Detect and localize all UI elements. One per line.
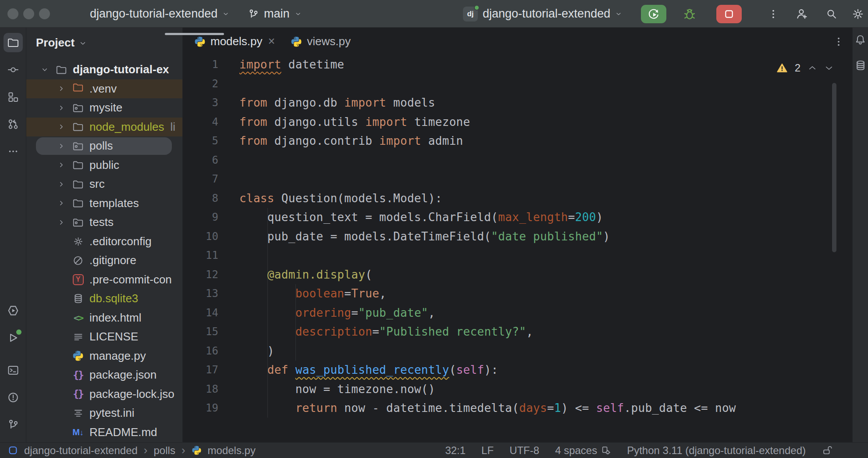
tree-item-index-html[interactable]: <>index.html bbox=[26, 308, 182, 328]
tool-window-button-more-horizontal[interactable] bbox=[4, 142, 23, 161]
breadcrumb-project[interactable]: django-tutorial-extended bbox=[24, 444, 138, 457]
chevron-right-icon[interactable] bbox=[56, 103, 67, 113]
chevron-placeholder bbox=[56, 274, 67, 285]
settings-button[interactable] bbox=[850, 7, 865, 21]
code-editor[interactable]: 12345678910111213141516171819 import dat… bbox=[183, 55, 852, 442]
tool-window-button-problems[interactable] bbox=[4, 388, 23, 407]
tree-item-package-json[interactable]: {}package.json bbox=[26, 365, 182, 385]
tree-item-tests[interactable]: tests bbox=[26, 213, 182, 232]
window-close-button[interactable] bbox=[7, 8, 18, 19]
tree-item-mysite[interactable]: mysite bbox=[26, 98, 182, 118]
chevron-right-icon[interactable] bbox=[56, 217, 67, 228]
chevron-down-icon[interactable] bbox=[39, 64, 50, 75]
editor-area: models.py×views.py 123456789101112131415… bbox=[183, 28, 852, 442]
caret-position[interactable]: 32:1 bbox=[445, 444, 466, 457]
tool-window-button-services[interactable] bbox=[4, 301, 23, 320]
chevron-right-icon[interactable] bbox=[56, 160, 67, 170]
more-actions-button[interactable] bbox=[766, 7, 781, 21]
debug-button[interactable] bbox=[682, 7, 697, 21]
indent-setting[interactable]: 4 spaces bbox=[555, 444, 611, 457]
tool-window-button-pull-request[interactable] bbox=[4, 114, 23, 134]
line-number: 4 bbox=[183, 113, 218, 132]
tree-item-django-tutorial-ex[interactable]: django-tutorial-ex bbox=[26, 60, 182, 79]
python-file-icon bbox=[192, 445, 202, 455]
code-line: ordering="pub_date", bbox=[239, 304, 736, 323]
search-icon bbox=[825, 8, 838, 20]
editor-options-button[interactable] bbox=[833, 28, 844, 55]
tree-item-label: .pre-commit-con bbox=[89, 273, 172, 286]
chevron-placeholder bbox=[56, 389, 67, 399]
chevron-down-icon[interactable] bbox=[824, 63, 834, 73]
tree-item-polls[interactable]: polls bbox=[26, 136, 182, 156]
folder-icon bbox=[55, 64, 68, 76]
chevron-up-icon[interactable] bbox=[808, 63, 817, 73]
line-number: 1 bbox=[183, 55, 218, 75]
notifications-bell-icon[interactable] bbox=[854, 34, 866, 46]
line-ending[interactable]: LF bbox=[481, 444, 494, 457]
tool-window-button-git-branch[interactable] bbox=[4, 415, 23, 434]
editor-tab-views-py[interactable]: views.py bbox=[283, 28, 359, 55]
tree-item--venv[interactable]: .venv bbox=[26, 79, 182, 99]
tree-item-node-modules[interactable]: node_modulesli bbox=[26, 118, 182, 137]
code-line: from django.contrib import admin bbox=[239, 132, 736, 151]
project-window-icon[interactable] bbox=[8, 445, 18, 455]
python-interpreter[interactable]: Python 3.11 (django-tutorial-extended) bbox=[627, 444, 806, 457]
rerun-button[interactable] bbox=[641, 5, 666, 23]
tool-window-button-terminal[interactable] bbox=[4, 361, 23, 380]
chevron-right-icon[interactable] bbox=[56, 122, 67, 132]
tree-item-templates[interactable]: templates bbox=[26, 194, 182, 213]
tree-item-public[interactable]: public bbox=[26, 156, 182, 175]
unlocked-icon[interactable] bbox=[822, 445, 833, 456]
breadcrumb-file[interactable]: models.py bbox=[208, 444, 256, 457]
inspections-widget[interactable]: 2 bbox=[776, 62, 834, 74]
code-line: from django.utils import timezone bbox=[239, 113, 736, 132]
tree-item--gitignore[interactable]: .gitignore bbox=[26, 251, 182, 270]
active-tab-indicator bbox=[165, 33, 224, 35]
tree-item-license[interactable]: LICENSE bbox=[26, 327, 182, 347]
breadcrumb-folder[interactable]: polls bbox=[154, 444, 175, 457]
tree-item-readme-md[interactable]: M↓README.md bbox=[26, 423, 182, 442]
tree-item-label: package-lock.jso bbox=[89, 387, 174, 401]
chevron-right-icon[interactable] bbox=[56, 179, 67, 190]
stop-button[interactable] bbox=[716, 5, 742, 23]
html-icon: <> bbox=[72, 311, 84, 324]
editor-tab-models-py[interactable]: models.py× bbox=[186, 28, 283, 55]
run-configuration-selector[interactable]: dj django-tutorial-extended bbox=[463, 0, 622, 28]
tree-item-db-sqlite3[interactable]: db.sqlite3 bbox=[26, 289, 182, 308]
close-icon[interactable]: × bbox=[268, 36, 275, 47]
tree-item-label: public bbox=[89, 158, 119, 172]
chevron-right-icon[interactable] bbox=[56, 198, 67, 208]
editor-scrollbar[interactable] bbox=[832, 83, 836, 252]
database-icon[interactable] bbox=[855, 60, 866, 71]
branch-selector[interactable]: main bbox=[248, 0, 302, 28]
breadcrumb-separator: › bbox=[144, 444, 148, 457]
tree-item-label: templates bbox=[89, 197, 139, 210]
breadcrumb: django-tutorial-extended › polls › model… bbox=[8, 444, 445, 457]
window-zoom-button[interactable] bbox=[39, 8, 50, 19]
window-minimize-button[interactable] bbox=[23, 8, 34, 19]
tree-item--editorconfig[interactable]: .editorconfig bbox=[26, 232, 182, 251]
tool-window-button-run[interactable] bbox=[4, 328, 23, 347]
tree-item--pre-commit-con[interactable]: Y.pre-commit-con bbox=[26, 270, 182, 290]
run-config-name: django-tutorial-extended bbox=[483, 7, 610, 21]
project-panel-header[interactable]: Project bbox=[26, 28, 182, 57]
search-everywhere-button[interactable] bbox=[824, 7, 839, 21]
tree-item-src[interactable]: src bbox=[26, 175, 182, 194]
file-encoding[interactable]: UTF-8 bbox=[509, 444, 539, 457]
tool-window-button-project-folder[interactable] bbox=[4, 33, 23, 52]
tool-window-button-structure[interactable] bbox=[4, 87, 23, 107]
tool-window-button-commit[interactable] bbox=[4, 60, 23, 79]
tree-item-pytest-ini[interactable]: pytest.ini bbox=[26, 404, 182, 423]
editor-tab-bar: models.py×views.py bbox=[183, 28, 852, 55]
tree-item-package-lock-jso[interactable]: {}package-lock.jso bbox=[26, 385, 182, 404]
chevron-placeholder bbox=[56, 370, 67, 380]
line-number: 15 bbox=[183, 322, 218, 342]
folder-excluded-icon bbox=[72, 82, 84, 95]
project-selector[interactable]: django-tutorial-extended bbox=[90, 0, 229, 28]
chevron-right-icon[interactable] bbox=[56, 141, 67, 151]
chevron-right-icon[interactable] bbox=[56, 83, 67, 94]
tree-item-label: .editorconfig bbox=[89, 235, 152, 248]
code-with-me-button[interactable] bbox=[794, 7, 809, 21]
right-tool-stripe bbox=[852, 28, 868, 442]
tree-item-manage-py[interactable]: manage.py bbox=[26, 347, 182, 366]
